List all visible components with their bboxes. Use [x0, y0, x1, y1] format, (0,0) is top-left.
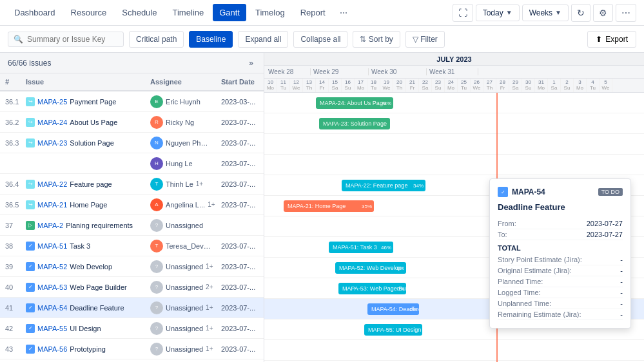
day-row: (function(){ var days = []; var labels =… [264, 79, 644, 93]
gantt-bar[interactable]: MAPA-53: Web Page Builder0% [338, 283, 406, 294]
table-row[interactable]: 36.1 ↪ MAPA-25 Payment Page E Eric Huynh… [0, 91, 264, 112]
issue-key[interactable]: MAPA-22 [37, 180, 67, 188]
fullscreen-icon[interactable]: ⛶ [453, 4, 473, 22]
cell-num: 41 [0, 304, 23, 312]
more-options-icon[interactable]: ⋯ [616, 4, 636, 22]
issue-key[interactable]: MAPA-21 [37, 201, 67, 209]
gantt-bar[interactable]: MAPA-55: UI Design [364, 324, 422, 336]
cell-date: 2023-07-... [219, 263, 264, 271]
issue-key[interactable]: MAPA-56 [37, 345, 67, 353]
gantt-bar[interactable]: MAPA-22: Feature page34% [342, 180, 425, 191]
table-row[interactable]: 43 ✓ MAPA-56 Prototyping ? Unassigned 1+… [0, 339, 264, 359]
gantt-row [264, 155, 644, 175]
plus-badge: 1+ [206, 263, 213, 270]
tooltip-card: ✓ MAPA-54 TO DO Deadline Feature From: 2… [489, 178, 631, 329]
gantt-bar[interactable]: MAPA-21: Home Page35% [284, 200, 374, 212]
critical-path-button[interactable]: Critical path [129, 31, 184, 48]
issue-name: Solution Page [70, 139, 114, 147]
table-row[interactable]: 36.4 ↪ MAPA-22 Feature page T Thinh Le 1… [0, 174, 264, 195]
table-row[interactable]: H Hung Le 2023-07-... [0, 153, 264, 174]
cell-num: 36.1 [0, 98, 23, 106]
today-button[interactable]: Today ▼ [476, 5, 520, 21]
today-dropdown-arrow: ▼ [506, 9, 512, 16]
table-row[interactable]: 41 ✓ MAPA-54 Deadline Feature ? Unassign… [0, 298, 264, 318]
nav-report[interactable]: Report [294, 4, 332, 21]
gantt-row [264, 340, 644, 361]
nav-timeline[interactable]: Timeline [166, 4, 210, 21]
gantt-bar[interactable]: MAPA-52: Web Develop0% [335, 262, 406, 274]
issue-name: Planing requirements [66, 222, 133, 229]
expand-all-button[interactable]: Expand all [238, 31, 288, 48]
export-button[interactable]: ⬆ Export [587, 31, 636, 48]
cell-num: 37 [0, 222, 23, 229]
table-row[interactable]: 36.5 ↪ MAPA-21 Home Page A Angelina L...… [0, 195, 264, 215]
cell-issue: ✓ MAPA-52 Web Develop [23, 262, 148, 271]
nav-resource[interactable]: Resource [64, 4, 113, 21]
issue-key[interactable]: MAPA-54 [37, 304, 67, 312]
assignee-name: Unassigned [166, 222, 203, 229]
table-row[interactable]: 36.3 ↪ MAPA-23 Solution Page N Nguyen Ph… [0, 133, 264, 153]
issue-key[interactable]: MAPA-52 [37, 263, 67, 271]
issue-name: Feature page [70, 180, 112, 188]
assignee-name: Teresa_DevSa... [166, 242, 211, 250]
tooltip-from-value: 2023-07-27 [587, 220, 623, 227]
table-row[interactable]: 38 ✓ MAPA-51 Task 3 T Teresa_DevSa... 20… [0, 236, 264, 256]
table-row[interactable]: 37 ▷ MAPA-2 Planing requirements ? Unass… [0, 215, 264, 236]
nav-more-icon[interactable]: ⋯ [335, 5, 353, 21]
table-row[interactable]: 42 ✓ MAPA-55 UI Design ? Unassigned 1+ 2… [0, 318, 264, 339]
issue-key[interactable]: MAPA-53 [37, 283, 67, 291]
gantt-row: MAPA-23: Solution Page [264, 113, 644, 134]
filter-button[interactable]: ▽ Filter [405, 31, 445, 48]
search-input[interactable] [27, 35, 111, 44]
issue-key[interactable]: MAPA-25 [37, 98, 67, 106]
gantt-bar[interactable]: MAPA-51: Task 346% [329, 242, 393, 253]
tooltip-from-row: From: 2023-07-27 [498, 218, 623, 229]
issue-key[interactable]: MAPA-23 [37, 139, 67, 147]
issue-key[interactable]: MAPA-24 [37, 119, 67, 126]
cell-num: 38 [0, 242, 23, 250]
issue-key[interactable]: MAPA-55 [37, 325, 67, 332]
nav-dashboard[interactable]: Dashboard [8, 4, 62, 21]
assignee-name: Unassigned [166, 263, 203, 271]
week-row: Week 28 Week 29 Week 30 Week 31 [264, 66, 644, 79]
gantt-bar[interactable]: MAPA-23: Solution Page [319, 118, 390, 129]
tooltip-title: Deadline Feature [498, 202, 623, 212]
settings-icon[interactable]: ⚙ [593, 4, 613, 22]
table-row[interactable]: 44 ✓ MAPA-57 Front-end Develo... ? Unass… [0, 359, 264, 362]
cell-date: 2023-07-... [219, 160, 264, 167]
collapse-all-button[interactable]: Collapse all [293, 31, 347, 48]
weeks-button[interactable]: Weeks ▼ [522, 5, 569, 21]
issue-key[interactable]: MAPA-2 [37, 222, 63, 229]
table-row[interactable]: 39 ✓ MAPA-52 Web Develop ? Unassigned 1+… [0, 256, 264, 277]
cell-assignee: H Hung Le [148, 157, 219, 170]
cell-assignee: ? Unassigned 1+ [148, 301, 219, 314]
gantt-bar[interactable]: MAPA-24: About Us Page73% [316, 97, 393, 109]
refresh-icon[interactable]: ↻ [571, 4, 590, 22]
nav-gantt[interactable]: Gantt [213, 4, 246, 21]
cell-issue: ▷ MAPA-2 Planing requirements [23, 221, 148, 230]
cell-date: 2023-07-... [219, 345, 264, 353]
gantt-bar[interactable]: MAPA-54: Deadline Feature0% [367, 303, 419, 315]
search-box[interactable]: 🔍 [8, 32, 124, 47]
cell-assignee: ? Unassigned 2+ [148, 281, 219, 294]
table-header: # Issue Assignee Start Date [0, 73, 264, 91]
panel-collapse-arrow[interactable]: » [246, 57, 256, 69]
tooltip-field-label: Remaining Estimate (Jira): [498, 310, 581, 318]
issue-name: Task 3 [70, 242, 90, 250]
table-row[interactable]: 36.2 ↪ MAPA-24 About Us Page R Ricky Ng … [0, 112, 264, 133]
table-row[interactable]: 40 ✓ MAPA-53 Web Page Builder ? Unassign… [0, 277, 264, 298]
cell-issue: ✓ MAPA-51 Task 3 [23, 242, 148, 251]
baseline-button[interactable]: Baseline [189, 31, 233, 48]
cell-date: 2023-07-... [219, 283, 264, 291]
nav-schedule[interactable]: Schedule [115, 4, 163, 21]
nav-timelog[interactable]: Timelog [249, 4, 291, 21]
assignee-name: Angelina L... [166, 201, 205, 209]
issue-key[interactable]: MAPA-51 [37, 242, 67, 250]
sort-by-button[interactable]: ⇅ Sort by [353, 31, 400, 48]
cell-assignee: ? Unassigned 1+ [148, 322, 219, 335]
app-header: Dashboard Resource Schedule Timeline Gan… [0, 0, 644, 26]
cell-assignee: R Ricky Ng [148, 116, 219, 129]
tooltip-field-row: Logged Time:- [498, 287, 623, 298]
gantt-header: JULY 2023 Week 28 Week 29 Week 30 Week 3… [264, 53, 644, 93]
tooltip-field-value: - [620, 278, 623, 285]
